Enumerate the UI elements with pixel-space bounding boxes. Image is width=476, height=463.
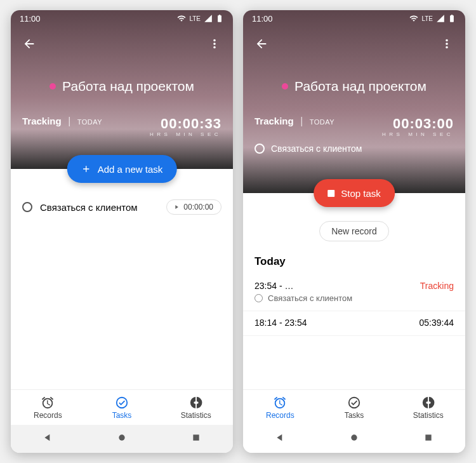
record-top: 23:54 - … Tracking [255,281,454,291]
circle-icon [117,433,127,443]
nav-statistics[interactable]: Statistics [159,390,233,425]
back-button[interactable] [255,37,268,51]
donut-icon [189,396,203,410]
project-color-dot [50,83,56,90]
active-task-row[interactable]: Связаться с клиентом [255,144,454,154]
new-record-button[interactable]: New record [319,221,389,241]
status-time: 11:00 [20,14,41,23]
plus-icon [81,164,91,174]
header: Работа над проектом Tracking | TODAY 00:… [11,10,233,169]
svg-rect-3 [425,434,431,440]
arrow-back-icon [255,37,268,51]
battery-icon [447,14,456,23]
timer: 00:03:00 HRS MIN SEC [382,116,454,137]
lte-label: LTE [189,15,201,22]
separator: | [68,116,70,126]
tracking-word: Tracking [255,116,294,126]
nav-statistics[interactable]: Statistics [391,390,465,425]
stop-icon [327,190,334,197]
signal-icon [436,14,445,23]
signal-icon [204,14,213,23]
nav-tasks[interactable]: Tasks [317,390,392,425]
tracking-summary: Tracking | TODAY 00:00:33 HRS MIN SEC [22,116,221,137]
sys-home[interactable] [349,433,359,445]
wifi-icon [177,14,186,23]
tracking-period: TODAY [310,118,334,126]
wifi-icon [409,14,418,23]
stop-task-label: Stop task [341,188,381,199]
nav-tasks-label: Tasks [345,411,364,420]
tracking-word: Tracking [22,116,62,126]
project-title-row: Работа над проектом [22,79,221,94]
play-time: 00:00:00 [183,203,213,211]
sys-back[interactable] [275,433,285,445]
record-row[interactable]: 18:14 - 23:54 05:39:44 [243,311,465,336]
nav-records-label: Records [34,411,62,420]
timer-units: HRS MIN SEC [150,131,221,137]
sys-home[interactable] [117,433,127,445]
app-bar [22,34,221,53]
section-today: Today [243,241,465,274]
new-record-label: New record [331,226,377,236]
chip-row: New record [243,221,465,241]
alarm-icon [41,396,55,410]
task-row[interactable]: Связаться с клиентом 00:00:00 [11,194,233,220]
phone-left: 11:00 LTE Работа над проектом Tracking | [11,10,233,453]
play-task-button[interactable]: 00:00:00 [166,199,221,215]
sys-recent[interactable] [423,433,433,445]
overflow-menu-button[interactable] [208,37,221,51]
status-indicators: LTE [409,14,456,23]
timer-digits: 00:00:33 [150,116,221,132]
triangle-icon [275,433,285,443]
play-icon [173,204,180,210]
lte-label: LTE [421,15,433,22]
tracking-labels: Tracking | TODAY [22,116,102,127]
content-area: Связаться с клиентом 00:00:00 [11,169,233,389]
nav-records[interactable]: Records [11,390,85,425]
check-circle-icon [347,396,361,410]
stop-task-button[interactable]: Stop task [314,179,395,207]
project-title: Работа над проектом [62,79,194,94]
system-nav [11,425,233,453]
project-title-row: Работа над проектом [255,79,454,94]
timer-units: HRS MIN SEC [382,131,454,137]
nav-records[interactable]: Records [243,390,317,425]
project-color-dot [282,83,288,90]
back-button[interactable] [22,37,36,51]
add-task-button[interactable]: Add a new task [67,155,177,183]
sys-recent[interactable] [191,433,201,445]
project-title: Работа над проектом [294,79,426,94]
alarm-icon [273,396,287,410]
sys-back[interactable] [43,433,53,445]
record-duration: 05:39:44 [420,318,454,328]
battery-icon [215,14,224,23]
add-task-label: Add a new task [98,164,163,175]
record-duration: Tracking [420,281,454,291]
nav-stats-label: Statistics [181,411,211,420]
square-icon [191,433,201,443]
status-bar: 11:00 LTE [243,10,465,27]
record-time: 18:14 - 23:54 [255,318,307,328]
bottom-nav: Records Tasks Statistics [243,389,465,425]
header: Работа над проектом Tracking | TODAY 00:… [243,10,465,193]
separator: | [300,116,303,126]
record-sub: Связаться с клиентом [255,293,454,303]
circle-icon [22,202,32,212]
phone-right: 11:00 LTE Работа над проектом Tracking | [243,10,465,453]
tracking-period: TODAY [77,118,102,126]
nav-tasks[interactable]: Tasks [85,390,159,425]
check-circle-icon [115,396,129,410]
svg-point-0 [119,434,124,440]
record-top: 18:14 - 23:54 05:39:44 [255,318,454,328]
status-indicators: LTE [177,14,224,23]
svg-rect-1 [193,434,199,440]
overflow-menu-button[interactable] [440,37,454,51]
nav-tasks-label: Tasks [112,411,132,420]
tracking-labels: Tracking | TODAY [255,116,334,127]
timer-digits: 00:03:00 [382,116,454,132]
record-row[interactable]: 23:54 - … Tracking Связаться с клиентом [243,274,465,311]
triangle-icon [43,433,53,443]
status-time: 11:00 [252,14,273,23]
record-subtask: Связаться с клиентом [268,293,352,303]
nav-records-label: Records [266,411,294,420]
